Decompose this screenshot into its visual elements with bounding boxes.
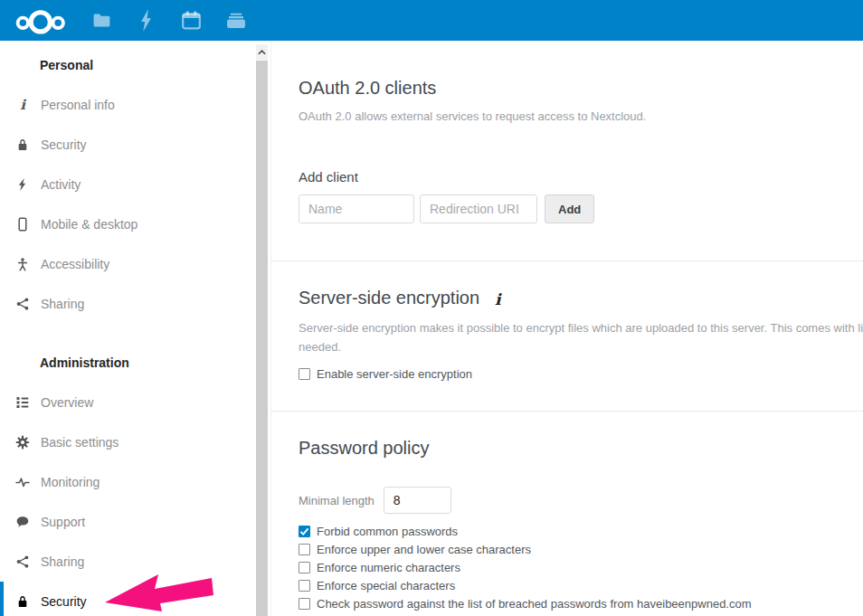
minimal-length-label: Minimal length <box>299 494 375 507</box>
sidebar-item-label: Overview <box>41 395 93 410</box>
sidebar-item-security-admin[interactable]: Security <box>0 582 270 616</box>
sidebar-item-monitoring[interactable]: Monitoring <box>0 462 270 502</box>
chat-icon <box>15 515 30 529</box>
minimal-length-row: Minimal length <box>299 487 863 514</box>
info-icon[interactable]: i <box>495 290 500 308</box>
encryption-description-line1: Server-side encryption makes it possible… <box>299 318 863 337</box>
client-name-input[interactable] <box>299 194 414 223</box>
sidebar-heading-administration: Administration <box>0 343 270 383</box>
list-icon <box>15 395 30 410</box>
sidebar-item-overview[interactable]: Overview <box>0 383 270 422</box>
activity-app-button[interactable] <box>128 0 164 41</box>
oauth-section: OAuth 2.0 clients OAuth 2.0 allows exter… <box>271 41 863 261</box>
checkbox-unchecked-icon[interactable] <box>299 562 310 573</box>
sidebar-item-basic-settings[interactable]: Basic settings <box>0 422 270 462</box>
encryption-title: Server-side encryption <box>299 286 479 310</box>
sidebar-item-label: Accessibility <box>41 257 109 271</box>
checkbox-label: Check password against the list of breac… <box>317 597 752 611</box>
checkbox-unchecked-icon[interactable] <box>299 368 310 380</box>
deck-icon <box>226 12 246 29</box>
forbid-common-passwords-row[interactable]: Forbid common passwords <box>299 522 863 540</box>
redirection-uri-input[interactable] <box>420 194 537 223</box>
gear-icon <box>15 435 30 450</box>
sidebar-item-support[interactable]: Support <box>0 502 270 542</box>
share-icon <box>15 554 30 569</box>
minimal-length-input[interactable] <box>384 487 451 514</box>
files-app-button[interactable] <box>83 0 119 41</box>
sidebar-item-sharing-admin[interactable]: Sharing <box>0 542 270 582</box>
enforce-numeric-row[interactable]: Enforce numeric characters <box>299 558 863 576</box>
lock-icon <box>15 594 30 609</box>
phone-icon <box>15 217 30 232</box>
top-header <box>0 0 863 41</box>
scrollbar-up-button[interactable] <box>256 44 268 60</box>
sidebar-item-label: Monitoring <box>41 475 100 489</box>
sidebar-item-accessibility[interactable]: Accessibility <box>0 244 270 284</box>
enable-encryption-checkbox-row[interactable]: Enable server-side encryption <box>299 367 863 381</box>
password-policy-checkbox-list: Forbid common passwords Enforce upper an… <box>299 522 863 612</box>
sidebar-item-label: Support <box>41 515 85 529</box>
sidebar-item-label: Mobile & desktop <box>41 217 138 232</box>
sidebar-item-security-personal[interactable]: Security <box>0 125 270 165</box>
encryption-description-line2: needed. <box>299 337 863 356</box>
share-icon <box>15 297 30 311</box>
oauth-title: OAuth 2.0 clients <box>299 76 863 100</box>
activity-icon <box>139 9 153 32</box>
checkbox-unchecked-icon[interactable] <box>299 544 310 555</box>
encryption-description: Server-side encryption makes it possible… <box>299 318 863 356</box>
checkbox-unchecked-icon[interactable] <box>299 580 310 592</box>
checkbox-label: Enforce special characters <box>317 579 455 592</box>
accessibility-icon <box>15 257 30 271</box>
nextcloud-logo-icon <box>5 2 71 40</box>
calendar-app-button[interactable] <box>173 0 209 41</box>
sidebar-item-label: Security <box>41 137 87 152</box>
settings-content: OAuth 2.0 clients OAuth 2.0 allows exter… <box>271 41 863 612</box>
sidebar-item-label: Basic settings <box>41 435 119 450</box>
enforce-upper-lower-row[interactable]: Enforce upper and lower case characters <box>299 540 863 558</box>
add-client-button[interactable]: Add <box>545 194 594 223</box>
scrollbar-thumb[interactable] <box>256 61 268 616</box>
chevron-up-icon <box>258 50 266 55</box>
sidebar-heading-personal: Personal <box>0 45 270 85</box>
sidebar-scrollbar[interactable] <box>256 44 268 616</box>
sidebar-item-label: Activity <box>41 177 81 192</box>
lock-icon <box>15 137 30 152</box>
settings-sidebar: Personal i Personal info Security Activi… <box>0 41 271 616</box>
info-icon: i <box>15 98 30 112</box>
sidebar-item-label: Personal info <box>41 98 115 112</box>
lightning-icon <box>15 177 30 192</box>
files-icon <box>93 14 110 27</box>
enforce-special-row[interactable]: Enforce special characters <box>299 576 863 594</box>
nextcloud-logo[interactable] <box>2 0 74 41</box>
sidebar-item-label: Security <box>41 594 87 609</box>
checkbox-label: Enforce numeric characters <box>317 561 460 574</box>
sidebar-item-sharing-personal[interactable]: Sharing <box>0 284 270 324</box>
checkbox-unchecked-icon[interactable] <box>299 598 310 610</box>
sidebar-item-personal-info[interactable]: i Personal info <box>0 85 270 125</box>
enable-encryption-label: Enable server-side encryption <box>317 367 472 381</box>
checkbox-label: Forbid common passwords <box>317 525 458 538</box>
add-client-row: Add <box>299 194 863 223</box>
sidebar-item-label: Sharing <box>41 297 84 311</box>
checkbox-label: Enforce upper and lower case characters <box>317 543 531 556</box>
password-policy-section: Password policy Minimal length Forbid co… <box>271 411 863 612</box>
sidebar-item-activity[interactable]: Activity <box>0 165 270 204</box>
calendar-icon <box>182 11 201 30</box>
deck-app-button[interactable] <box>218 0 254 41</box>
encryption-section: Server-side encryption i Server-side enc… <box>271 261 863 411</box>
password-policy-title: Password policy <box>299 436 863 460</box>
settings-nav: Personal i Personal info Security Activi… <box>0 41 270 616</box>
oauth-description: OAuth 2.0 allows external services to re… <box>299 109 863 124</box>
sidebar-item-mobile-desktop[interactable]: Mobile & desktop <box>0 204 270 244</box>
sidebar-item-label: Sharing <box>41 554 84 569</box>
add-client-heading: Add client <box>299 169 863 185</box>
checkbox-checked-icon[interactable] <box>299 526 310 537</box>
pulse-icon <box>15 475 30 489</box>
check-breached-passwords-row[interactable]: Check password against the list of breac… <box>299 594 863 612</box>
